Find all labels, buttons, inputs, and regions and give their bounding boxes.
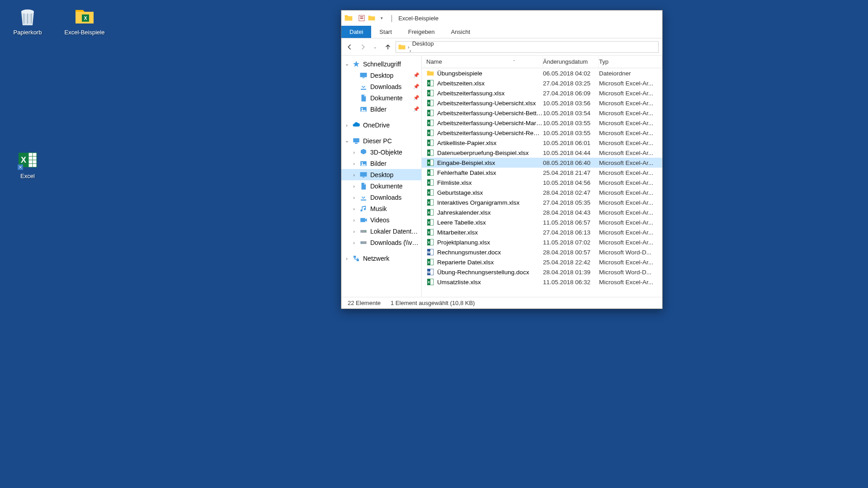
file-row[interactable]: WÜbung-Rechnungserstellung.docx28.04.201…: [422, 267, 662, 277]
file-row[interactable]: XArbeitszeiterfassung-Uebersicht-Bettina…: [422, 108, 662, 118]
up-button[interactable]: [383, 42, 393, 52]
tree-toggle-icon[interactable]: ›: [351, 240, 357, 245]
file-type: Microsoft Excel-Ar...: [599, 150, 662, 156]
nav-item-downloads[interactable]: ›Downloads: [341, 192, 421, 203]
tree-toggle-icon[interactable]: ›: [351, 161, 357, 166]
nav-item-netzwerk[interactable]: ›Netzwerk: [341, 253, 421, 264]
tree-toggle-icon[interactable]: ›: [344, 256, 349, 261]
file-name: Fehlerhafte Datei.xlsx: [437, 169, 543, 176]
file-row[interactable]: Übungsbeispiele06.05.2018 04:02Dateiordn…: [422, 68, 662, 78]
file-row[interactable]: XEingabe-Beispiel.xlsx08.05.2018 06:40Mi…: [422, 158, 662, 168]
file-row[interactable]: XInteraktives Organigramm.xlsx27.04.2018…: [422, 197, 662, 207]
file-row[interactable]: XArbeitszeiten.xlsx27.04.2018 03:25Micro…: [422, 78, 662, 88]
file-row[interactable]: XFilmliste.xlsx10.05.2018 04:56Microsoft…: [422, 178, 662, 188]
svg-text:X: X: [428, 221, 430, 225]
file-type: Microsoft Word-D...: [599, 249, 662, 256]
nav-item-onedrive[interactable]: ›OneDrive: [341, 119, 421, 131]
file-row[interactable]: WRechnungsmuster.docx28.04.2018 00:57Mic…: [422, 247, 662, 257]
nav-item-downloads-vbox[interactable]: ›Downloads (\\vbox: [341, 237, 421, 248]
nav-item-bilder[interactable]: ›Bilder: [341, 158, 421, 169]
folder-dropdown-icon[interactable]: [368, 14, 376, 22]
ribbon-tab-freigeben[interactable]: Freigeben: [400, 26, 443, 38]
nav-item-lokaler-datentr-ger[interactable]: ›Lokaler Datenträger: [341, 225, 421, 237]
file-row[interactable]: XJahreskalender.xlsx28.04.2018 04:43Micr…: [422, 207, 662, 217]
file-type: Microsoft Excel-Ar...: [599, 199, 662, 206]
tree-toggle-icon[interactable]: ›: [351, 183, 357, 189]
tree-toggle-icon[interactable]: ›: [344, 122, 349, 128]
nav-item-bilder[interactable]: Bilder📌: [341, 103, 421, 115]
ribbon-tab-datei[interactable]: Datei: [341, 26, 371, 38]
tree-toggle-icon[interactable]: ⌄: [344, 61, 349, 67]
nav-item-dieser-pc[interactable]: ⌄Dieser PC: [341, 135, 421, 146]
tree-toggle-icon[interactable]: ›: [351, 172, 357, 178]
ribbon-tab-ansicht[interactable]: Ansicht: [443, 26, 478, 38]
navigation-pane[interactable]: ⌄SchnellzugriffDesktop📌Downloads📌Dokumen…: [341, 56, 422, 297]
nav-item-desktop[interactable]: Desktop📌: [341, 70, 421, 81]
file-row[interactable]: XUmsatzliste.xlsx11.05.2018 06:32Microso…: [422, 277, 662, 287]
file-name: Datenueberpruefung-Beispiel.xlsx: [437, 150, 543, 156]
file-row[interactable]: XArbeitszeiterfassung.xlsx27.04.2018 06:…: [422, 88, 662, 98]
nav-item-label: Downloads (\\vbox: [370, 239, 420, 246]
pin-icon: 📌: [413, 106, 420, 112]
nav-item-dokumente[interactable]: ›Dokumente: [341, 180, 421, 192]
file-row[interactable]: XArbeitszeiterfassung-Uebersicht-Markus.…: [422, 118, 662, 128]
tree-toggle-icon[interactable]: ›: [351, 229, 357, 234]
file-row[interactable]: XMitarbeiter.xlsx27.04.2018 06:13Microso…: [422, 227, 662, 237]
column-header-date[interactable]: Änderungsdatum: [543, 56, 599, 68]
tree-toggle-icon[interactable]: ›: [351, 195, 357, 200]
file-row[interactable]: XDatenueberpruefung-Beispiel.xlsx10.05.2…: [422, 148, 662, 158]
folder-icon: X: [74, 5, 95, 27]
nav-item-videos[interactable]: ›Videos: [341, 214, 421, 225]
properties-icon[interactable]: [358, 14, 366, 22]
qat-dropdown-icon[interactable]: ▾: [377, 14, 386, 22]
desktop-icon-label: Excel-Beispiele: [64, 29, 105, 36]
back-button[interactable]: [345, 42, 355, 52]
tree-toggle-icon[interactable]: ⌄: [344, 138, 349, 144]
forward-button[interactable]: [358, 42, 368, 52]
recent-dropdown-icon[interactable]: ⌄: [370, 42, 380, 52]
column-header-name[interactable]: Name ˄: [422, 56, 543, 68]
file-row[interactable]: XLeere Tabelle.xlsx11.05.2018 06:57Micro…: [422, 217, 662, 227]
file-name: Artikelliste-Papier.xlsx: [437, 140, 543, 146]
svg-text:X: X: [428, 260, 430, 264]
file-type: Microsoft Excel-Ar...: [599, 209, 662, 216]
file-row[interactable]: XArbeitszeiterfassung-Uebersicht.xlsx10.…: [422, 98, 662, 108]
svg-point-30: [361, 242, 362, 243]
desktop-icon-excel-beispiele[interactable]: XExcel-Beispiele: [64, 5, 105, 36]
desktop-icon-papierkorb[interactable]: Papierkorb: [7, 5, 48, 36]
nav-item-dokumente[interactable]: Dokumente📌: [341, 92, 421, 103]
tree-toggle-icon[interactable]: ›: [351, 150, 357, 155]
file-row[interactable]: XProjektplanung.xlsx11.05.2018 07:02Micr…: [422, 237, 662, 247]
titlebar[interactable]: ▾ │ Excel-Beispiele: [341, 10, 662, 26]
desktop-icon-excel[interactable]: XExcel: [7, 149, 48, 179]
nav-item-desktop[interactable]: ›Desktop: [341, 169, 421, 180]
nav-item-schnellzugriff[interactable]: ⌄Schnellzugriff: [341, 58, 421, 70]
nav-item-label: Desktop: [370, 72, 410, 79]
file-explorer-window[interactable]: ▾ │ Excel-Beispiele DateiStartFreigebenA…: [341, 10, 663, 309]
file-type: Microsoft Excel-Ar...: [599, 179, 662, 186]
tree-toggle-icon[interactable]: ›: [351, 206, 357, 211]
tree-toggle-icon[interactable]: ›: [351, 217, 357, 223]
file-row[interactable]: XFehlerhafte Datei.xlsx25.04.2018 21:47M…: [422, 168, 662, 178]
pin-icon: 📌: [413, 95, 420, 101]
file-date: 10.05.2018 03:56: [543, 100, 599, 107]
file-row[interactable]: XGeburtstage.xlsx28.04.2018 02:47Microso…: [422, 188, 662, 197]
nav-item-downloads[interactable]: Downloads📌: [341, 81, 421, 92]
breadcrumb[interactable]: › Dieser PC›Desktop›Excel-Beispiele›: [396, 41, 659, 53]
nav-item-3d-objekte[interactable]: ›3D-Objekte: [341, 146, 421, 158]
file-name: Arbeitszeiterfassung-Uebersicht.xlsx: [437, 100, 543, 107]
file-row[interactable]: XArtikelliste-Papier.xlsx10.05.2018 06:0…: [422, 138, 662, 148]
ribbon-tab-start[interactable]: Start: [371, 26, 400, 38]
nav-item-musik[interactable]: ›Musik: [341, 203, 421, 214]
file-type: Microsoft Excel-Ar...: [599, 100, 662, 107]
chevron-right-icon[interactable]: ›: [410, 48, 411, 53]
file-name: Geburtstage.xlsx: [437, 189, 543, 196]
file-date: 28.04.2018 00:57: [543, 249, 599, 256]
file-row[interactable]: XReparierte Datei.xlsx25.04.2018 22:42Mi…: [422, 257, 662, 267]
file-rows[interactable]: Übungsbeispiele06.05.2018 04:02Dateiordn…: [422, 68, 662, 297]
breadcrumb-item[interactable]: Desktop: [410, 41, 455, 47]
file-row[interactable]: XArbeitszeiterfassung-Uebersicht-Rene.xl…: [422, 128, 662, 138]
svg-text:X: X: [428, 111, 430, 115]
excel-icon: X: [426, 109, 434, 117]
column-header-type[interactable]: Typ: [599, 56, 662, 68]
